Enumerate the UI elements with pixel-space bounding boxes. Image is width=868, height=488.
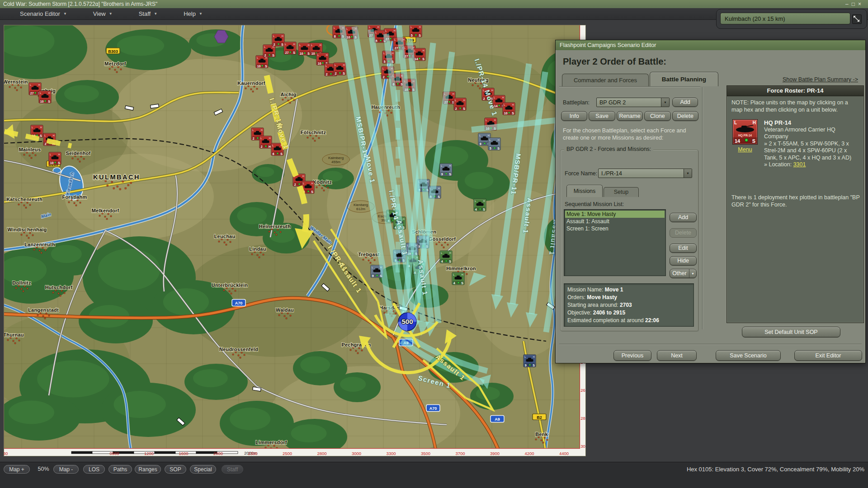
svg-text:L: L: [375, 31, 377, 34]
svg-text:9: 9: [372, 274, 374, 277]
svg-text:H: H: [320, 44, 321, 47]
unit-counter[interactable]: LH10S: [503, 103, 515, 115]
unit-menu-link[interactable]: Menu: [732, 146, 758, 153]
unit-counter[interactable]: LH4S: [474, 199, 486, 211]
mission-list-item[interactable]: Move 1: Move Hasty: [565, 211, 665, 218]
menu-view[interactable]: View▼: [93, 10, 113, 17]
staff-button[interactable]: Staff: [222, 465, 243, 474]
svg-text:3500: 3500: [421, 451, 430, 456]
roster-note: NOTE: Place units on the map by clicking…: [731, 99, 860, 113]
ranges-button[interactable]: Ranges: [135, 465, 161, 474]
set-default-sop-button[interactable]: Set Default Unit SOP: [742, 327, 840, 338]
map-zoom-in-button[interactable]: Map +: [4, 465, 30, 474]
clone-button[interactable]: Clone: [644, 111, 670, 121]
unit-counter[interactable]: LH2H: [259, 136, 272, 148]
svg-text:L: L: [383, 52, 385, 55]
roster-unit-counter[interactable]: L H HQ PR-14 14 S: [732, 119, 758, 145]
tab-battle-planning[interactable]: Battle Planning: [650, 72, 718, 86]
unit-counter[interactable]: LH5S: [410, 25, 422, 37]
menu-scenario-editor[interactable]: Scenario Editor▼: [20, 10, 67, 17]
delete-battleplan-button[interactable]: Delete: [672, 111, 698, 121]
add-mission-button[interactable]: Add: [670, 213, 697, 222]
svg-text:1200: 1200: [144, 451, 154, 456]
map-zoom-out-button[interactable]: Map -: [53, 465, 79, 474]
town-label: Kauerndorf: [237, 80, 265, 86]
svg-text:27: 27: [395, 47, 398, 50]
save-button[interactable]: Save: [589, 111, 615, 121]
unit-counter[interactable]: LH9S: [524, 355, 536, 367]
unit-counter[interactable]: LH27S: [284, 42, 296, 54]
unit-counter[interactable]: LH10S: [256, 56, 268, 68]
unit-counter[interactable]: LH5S: [488, 138, 500, 150]
resize-icon[interactable]: [852, 14, 862, 24]
objective-badge: 500: [398, 313, 416, 331]
info-button[interactable]: Info: [561, 111, 587, 121]
paths-button[interactable]: Paths: [108, 465, 132, 474]
next-button[interactable]: Next: [657, 350, 697, 361]
svg-text:S: S: [497, 147, 500, 150]
save-scenario-button[interactable]: Save Scenario: [716, 350, 781, 361]
map-name-dropdown[interactable]: Kulmbach (20 x 15 km): [720, 13, 850, 24]
unit-counter[interactable]: LH4S: [452, 272, 464, 285]
edit-mission-button[interactable]: Edit: [670, 244, 697, 253]
unit-equipment: » 2 x T-55AM, 5 x SPW-50PK, 3 x Strel-2M…: [764, 141, 860, 162]
svg-text:S: S: [461, 282, 463, 285]
battleplan-add-button[interactable]: Add: [672, 98, 698, 107]
svg-text:Kienberg: Kienberg: [354, 203, 368, 207]
other-mission-button[interactable]: Other ▼: [670, 269, 697, 278]
svg-text:L: L: [475, 200, 476, 202]
unit-counter[interactable]: LH14S: [413, 48, 425, 61]
restore-icon[interactable]: □: [852, 1, 858, 7]
svg-text:3900: 3900: [490, 451, 500, 456]
battle-plan-summary-link[interactable]: Show Battle Plan Summary ->: [783, 76, 858, 83]
menu-help[interactable]: Help▼: [184, 10, 203, 17]
svg-text:0900: 0900: [109, 451, 119, 456]
unit-counter[interactable]: LH2S: [334, 63, 346, 75]
svg-text:S: S: [449, 260, 451, 263]
unit-counter[interactable]: LH2S: [454, 98, 466, 110]
minimize-icon[interactable]: –: [845, 1, 852, 7]
tab-setup[interactable]: Setup: [604, 187, 639, 197]
svg-text:A9: A9: [495, 417, 500, 422]
divider: [559, 344, 862, 344]
tab-commander-and-forces[interactable]: Commander and Forces: [562, 74, 649, 86]
svg-text:L: L: [382, 67, 384, 70]
unit-counter[interactable]: LH2S: [272, 34, 284, 46]
unit-counter[interactable]: LH4S: [440, 251, 452, 263]
exit-editor-button[interactable]: Exit Editor: [794, 350, 862, 361]
svg-text:L: L: [334, 27, 335, 29]
svg-text:L: L: [394, 38, 396, 41]
force-name-select[interactable]: I./PR-14 ▼: [598, 169, 692, 178]
map-viewport[interactable]: Kalmberg455mKienberg612mEschberg398m Kie…: [4, 25, 586, 456]
svg-text:Kalmberg: Kalmberg: [328, 156, 344, 160]
special-button[interactable]: Special: [190, 465, 216, 474]
svg-text:3000: 3000: [352, 451, 361, 456]
unit-counter[interactable]: LH2S: [263, 45, 275, 57]
chevron-down-icon: ▼: [199, 12, 203, 16]
los-button[interactable]: LOS: [83, 465, 105, 474]
menu-staff[interactable]: Staff▼: [139, 10, 157, 17]
svg-text:L: L: [524, 356, 526, 358]
application-window: Cold War: Southern Storm [2.1.0.5722α] "…: [0, 0, 868, 488]
chevron-down-icon: ▼: [661, 98, 669, 107]
delete-mission-button[interactable]: Delete: [670, 228, 697, 238]
sop-button[interactable]: SOP: [165, 465, 186, 474]
close-icon[interactable]: ×: [858, 1, 864, 7]
unit-counter[interactable]: LH10S: [39, 91, 51, 103]
hide-mission-button[interactable]: Hide: [670, 256, 697, 266]
mission-list-item[interactable]: Assault 1: Assault: [565, 218, 665, 225]
unit-counter[interactable]: LH9S: [440, 164, 452, 176]
unit-counter[interactable]: LH10S: [298, 43, 311, 55]
previous-button[interactable]: Previous: [613, 350, 651, 361]
chevron-down-icon: ▼: [109, 12, 113, 16]
unit-counter[interactable]: LH10S: [49, 152, 61, 164]
mission-list-item[interactable]: Screen 1: Screen: [565, 225, 665, 232]
svg-text:9: 9: [441, 173, 443, 176]
location-link[interactable]: 3301: [793, 161, 806, 168]
mission-listbox[interactable]: Move 1: Move Hasty Assault 1: Assault Sc…: [564, 209, 666, 276]
unit-counter[interactable]: LH10S: [316, 53, 329, 65]
rename-button[interactable]: Rename: [617, 111, 643, 121]
svg-text:4400: 4400: [559, 451, 569, 456]
battleplan-select[interactable]: BP GDR 2 ▼: [596, 98, 670, 107]
tab-missions[interactable]: Missions: [566, 185, 603, 197]
